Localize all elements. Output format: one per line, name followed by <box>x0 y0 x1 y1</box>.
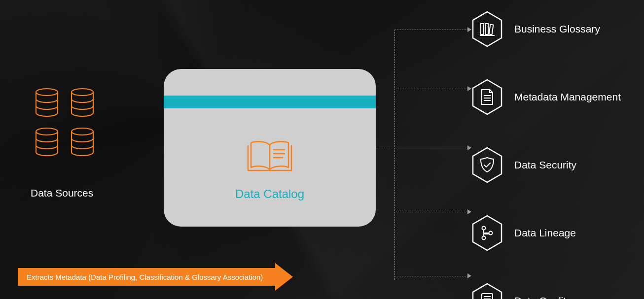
svg-marker-16 <box>473 148 501 182</box>
connector-line <box>394 212 468 212</box>
arrow-text: Extracts Metadata (Data Profiling, Class… <box>27 273 263 281</box>
svg-point-20 <box>482 236 486 240</box>
library-icon <box>471 11 503 47</box>
lineage-icon <box>471 215 503 251</box>
svg-point-3 <box>72 128 93 135</box>
svg-point-19 <box>489 232 493 235</box>
svg-rect-9 <box>485 24 488 34</box>
db-icon-grid <box>35 88 95 159</box>
feature-label: Data Lineage <box>514 227 576 239</box>
features-column: Business Glossary Metadata Management Da… <box>471 11 621 299</box>
svg-rect-10 <box>489 25 494 35</box>
data-catalog-card: Data Catalog <box>164 69 376 227</box>
feature-business-glossary: Business Glossary <box>471 11 621 47</box>
shield-icon <box>471 147 503 183</box>
feature-data-lineage: Data Lineage <box>471 215 621 251</box>
svg-point-2 <box>36 128 58 135</box>
feature-data-quality: Data Quality <box>471 283 621 299</box>
data-sources-block <box>35 88 95 159</box>
feature-label: Metadata Management <box>514 91 621 103</box>
feature-label: Business Glossary <box>514 23 600 35</box>
connector-line <box>394 276 468 276</box>
svg-marker-7 <box>473 12 501 46</box>
database-icon <box>35 88 59 119</box>
svg-marker-12 <box>473 80 501 114</box>
feature-data-security: Data Security <box>471 147 621 183</box>
svg-rect-8 <box>481 24 484 34</box>
data-catalog-label: Data Catalog <box>164 187 376 201</box>
svg-point-1 <box>72 89 93 96</box>
arrow-head-icon <box>275 263 293 291</box>
catalog-accent-bar <box>164 96 376 108</box>
certificate-icon <box>471 283 503 299</box>
diagram-container: Data Sources Data Catalog Business Gloss… <box>0 0 644 299</box>
connector-line <box>394 30 468 30</box>
database-icon <box>70 88 95 119</box>
data-sources-label: Data Sources <box>31 187 93 199</box>
feature-label: Data Quality <box>514 295 572 299</box>
svg-point-18 <box>482 227 486 230</box>
feature-metadata-management: Metadata Management <box>471 79 621 115</box>
connector-vertical <box>394 30 395 280</box>
svg-point-0 <box>36 89 58 96</box>
connector-line <box>394 89 468 89</box>
connector-line <box>394 148 468 148</box>
document-icon <box>471 79 503 115</box>
book-icon <box>246 137 293 177</box>
feature-label: Data Security <box>514 159 576 171</box>
database-icon <box>35 127 59 159</box>
extract-metadata-arrow: Extracts Metadata (Data Profiling, Class… <box>18 268 276 286</box>
database-icon <box>70 127 95 159</box>
